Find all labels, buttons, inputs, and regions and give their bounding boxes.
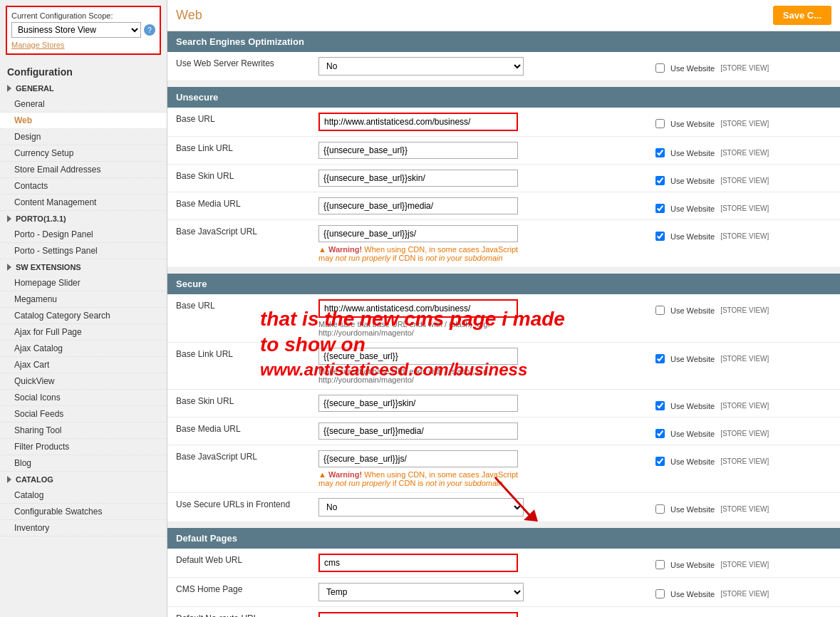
section-name-sw: SW EXTENSIONS <box>16 263 81 271</box>
unsecure-base-url-input[interactable] <box>318 113 518 131</box>
secure-base-url-input[interactable] <box>318 299 518 318</box>
sidebar-config-title: Configuration <box>0 61 167 81</box>
seo-rewrites-select[interactable]: No <box>318 57 524 76</box>
default-web-url-checkbox[interactable] <box>655 560 665 569</box>
secure-use-secure-select[interactable]: No <box>318 498 524 517</box>
sidebar-item-quickview[interactable]: QuickView <box>0 373 167 390</box>
arrow-icon <box>7 476 11 483</box>
manage-stores-link[interactable]: Manage Stores <box>11 41 155 49</box>
save-button[interactable]: Save C... <box>773 6 831 25</box>
sidebar-item-porto-design[interactable]: Porto - Design Panel <box>0 227 167 243</box>
unsecure-base-url-row: Base URL Use Website [STORE VIEW] <box>167 108 840 137</box>
help-icon[interactable]: ? <box>144 24 155 36</box>
unsecure-js-warning: ▲ Warning! When using CDN, in some cases… <box>318 245 638 262</box>
unsecure-base-link-row: Base Link URL Use Website [STORE VIEW] <box>167 137 840 165</box>
secure-js-warning: ▲ Warning! When using CDN, in some cases… <box>318 470 638 487</box>
sidebar-item-blog[interactable]: Blog <box>0 455 167 472</box>
sidebar-item-currency[interactable]: Currency Setup <box>0 145 167 162</box>
sidebar-item-inventory[interactable]: Inventory <box>0 520 167 536</box>
unsecure-base-media-row: Base Media URL Use Website [STORE VIEW] <box>167 192 840 220</box>
secure-base-url-row: Base URL Make sure that base URL ends wi… <box>167 294 840 343</box>
sidebar-item-ajax-full[interactable]: Ajax for Full Page <box>0 324 167 341</box>
secure-use-secure-checkbox[interactable] <box>655 504 665 514</box>
sidebar-item-contacts[interactable]: Contacts <box>0 178 167 195</box>
sidebar-item-content[interactable]: Content Management <box>0 195 167 211</box>
cms-home-page-checkbox[interactable] <box>655 589 665 598</box>
sidebar-item-catalog[interactable]: Catalog <box>0 487 167 504</box>
seo-rewrites-input: No <box>310 52 647 81</box>
unsecure-base-js-row: Base JavaScript URL ▲ Warning! When usin… <box>167 220 840 268</box>
default-pages-section-header: Default Pages <box>167 528 840 549</box>
sidebar-item-megamenu[interactable]: Megamenu <box>0 291 167 308</box>
seo-table: Use Web Server Rewrites No Use Website [… <box>167 52 840 81</box>
sidebar-item-configurable-swatches[interactable]: Configurable Swatches <box>0 504 167 520</box>
secure-base-js-input[interactable] <box>318 450 518 467</box>
sidebar-item-social-feeds[interactable]: Social Feeds <box>0 406 167 422</box>
sidebar: Current Configuration Scope: Business St… <box>0 0 167 617</box>
unsecure-base-js-checkbox[interactable] <box>655 232 665 241</box>
section-header-sw[interactable]: SW EXTENSIONS <box>0 259 167 275</box>
secure-base-skin-checkbox[interactable] <box>655 401 665 410</box>
unsecure-base-skin-input[interactable] <box>318 170 518 187</box>
secure-base-media-input[interactable] <box>318 422 518 440</box>
cms-home-page-row: CMS Home Page Temp Use Website [STORE VI… <box>167 578 840 607</box>
unsecure-base-skin-checkbox[interactable] <box>655 176 665 185</box>
secure-base-link-input[interactable] <box>318 348 518 365</box>
main-content: Web Save C... Search Engines Optimizatio… <box>167 0 840 617</box>
sidebar-item-ajax-catalog[interactable]: Ajax Catalog <box>0 341 167 357</box>
default-pages-table: Default Web URL Use Website [STORE VIEW]… <box>167 549 840 617</box>
scope-label: Current Configuration Scope: <box>11 11 155 20</box>
secure-use-secure-row: Use Secure URLs in Frontend No Use Websi… <box>167 493 840 522</box>
section-header-porto[interactable]: PORTO(1.3.1) <box>0 211 167 227</box>
unsecure-base-js-input[interactable] <box>318 225 518 242</box>
secure-base-media-checkbox[interactable] <box>655 429 665 438</box>
sidebar-item-social-icons[interactable]: Social Icons <box>0 390 167 406</box>
arrow-icon <box>7 215 11 222</box>
unsecure-base-media-checkbox[interactable] <box>655 204 665 213</box>
section-header-general[interactable]: GENERAL <box>0 81 167 96</box>
secure-base-link-checkbox[interactable] <box>655 354 665 363</box>
section-name-catalog: CATALOG <box>16 475 53 484</box>
arrow-icon <box>7 264 11 271</box>
secure-base-url-hint: Make sure that base URL ends with / (sla… <box>318 320 638 337</box>
sidebar-item-web[interactable]: Web <box>0 113 167 129</box>
seo-rewrites-checkbox[interactable] <box>655 63 665 73</box>
section-name-general: GENERAL <box>16 84 54 93</box>
secure-base-js-row: Base JavaScript URL ▲ Warning! When usin… <box>167 445 840 493</box>
sidebar-item-filter-products[interactable]: Filter Products <box>0 439 167 455</box>
secure-section-header: Secure <box>167 274 840 294</box>
secure-base-url-checkbox[interactable] <box>655 306 665 315</box>
sidebar-item-catalog-category-search[interactable]: Catalog Category Search <box>0 308 167 324</box>
sidebar-item-store-email[interactable]: Store Email Addresses <box>0 162 167 178</box>
default-noroute-input[interactable] <box>318 612 518 617</box>
secure-base-link-row: Base Link URL Make sure that base URL en… <box>167 343 840 390</box>
sidebar-item-homepage-slider[interactable]: Homepage Slider <box>0 275 167 291</box>
sidebar-item-porto-settings[interactable]: Porto - Settings Panel <box>0 243 167 259</box>
top-bar: Web Save C... <box>167 0 840 31</box>
seo-rewrites-option: Use Website [STORE VIEW] <box>647 52 840 81</box>
sidebar-item-general[interactable]: General <box>0 96 167 113</box>
secure-table: Base URL Make sure that base URL ends wi… <box>167 294 840 522</box>
unsecure-base-link-input[interactable] <box>318 142 518 159</box>
cms-home-page-select[interactable]: Temp <box>318 583 524 601</box>
unsecure-base-skin-row: Base Skin URL Use Website [STORE VIEW] <box>167 165 840 192</box>
unsecure-base-link-checkbox[interactable] <box>655 148 665 157</box>
unsecure-table: Base URL Use Website [STORE VIEW] Base L… <box>167 108 840 268</box>
seo-section-header: Search Engines Optimization <box>167 31 840 52</box>
seo-row-rewrites: Use Web Server Rewrites No Use Website [… <box>167 52 840 81</box>
default-web-url-row: Default Web URL Use Website [STORE VIEW] <box>167 549 840 578</box>
sidebar-item-ajax-cart[interactable]: Ajax Cart <box>0 357 167 373</box>
secure-base-js-checkbox[interactable] <box>655 457 665 466</box>
sidebar-item-sharing-tool[interactable]: Sharing Tool <box>0 422 167 439</box>
unsecure-base-media-input[interactable] <box>318 197 518 214</box>
scope-select[interactable]: Business Store View <box>11 22 141 38</box>
section-header-catalog[interactable]: CATALOG <box>0 472 167 487</box>
sidebar-item-design[interactable]: Design <box>0 129 167 145</box>
secure-base-media-row: Base Media URL Use Website [STORE VIEW] <box>167 418 840 445</box>
default-web-url-input[interactable] <box>318 554 518 572</box>
page-title: Web <box>176 8 202 23</box>
section-name-porto: PORTO(1.3.1) <box>16 214 66 223</box>
secure-base-link-hint: Make sure that base URL ends with / (sla… <box>318 367 638 384</box>
unsecure-base-url-checkbox[interactable] <box>655 119 665 128</box>
secure-base-skin-input[interactable] <box>318 395 518 412</box>
